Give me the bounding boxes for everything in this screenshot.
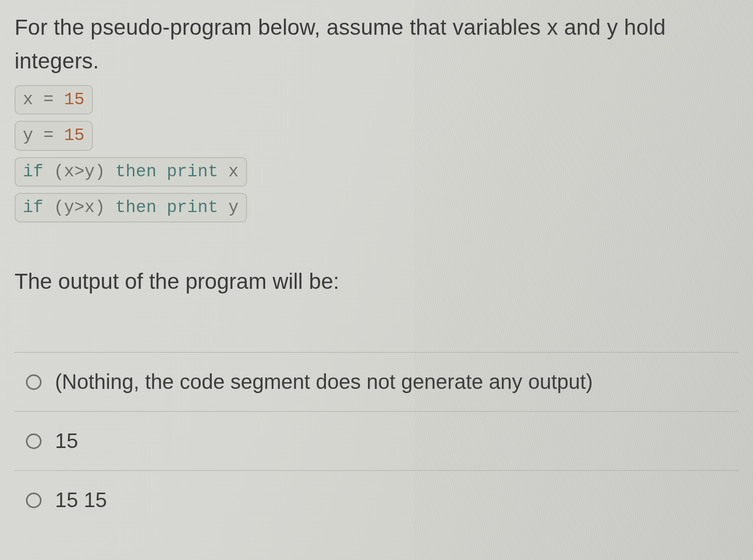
radio-icon[interactable] <box>26 374 42 390</box>
code-kw: if <box>23 162 44 181</box>
code-tail: y <box>218 198 239 217</box>
option-label: 15 15 <box>55 488 107 512</box>
radio-icon[interactable] <box>26 433 42 449</box>
option-label: (Nothing, the code segment does not gene… <box>55 370 593 394</box>
code-expr: (x>y) <box>44 162 116 181</box>
option-row[interactable]: 15 15 <box>15 470 738 517</box>
code-line-1: x = 15 <box>15 85 93 115</box>
code-line-3: if (x>y) then print x <box>15 157 247 187</box>
code-kw: then print <box>115 162 218 181</box>
code-num: 15 <box>64 126 85 145</box>
code-expr: (y>x) <box>44 198 116 217</box>
code-var: x <box>23 90 33 109</box>
question-prompt: The output of the program will be: <box>15 269 738 294</box>
code-kw: if <box>23 198 44 217</box>
code-tail: x <box>218 162 239 181</box>
code-line-4: if (y>x) then print y <box>15 193 247 222</box>
question-intro: For the pseudo-program below, assume tha… <box>15 10 738 78</box>
option-row[interactable]: 15 <box>15 411 738 470</box>
code-eq: = <box>33 126 64 145</box>
option-label: 15 <box>55 429 78 453</box>
code-eq: = <box>33 90 64 109</box>
code-kw: then print <box>115 198 218 217</box>
code-line-2: y = 15 <box>15 121 93 150</box>
options-list: (Nothing, the code segment does not gene… <box>15 352 738 517</box>
code-num: 15 <box>64 90 85 109</box>
code-block: x = 15 y = 15 if (x>y) then print x if (… <box>15 85 738 229</box>
option-row[interactable]: (Nothing, the code segment does not gene… <box>15 352 738 411</box>
code-var: y <box>23 126 33 145</box>
radio-icon[interactable] <box>26 493 42 508</box>
